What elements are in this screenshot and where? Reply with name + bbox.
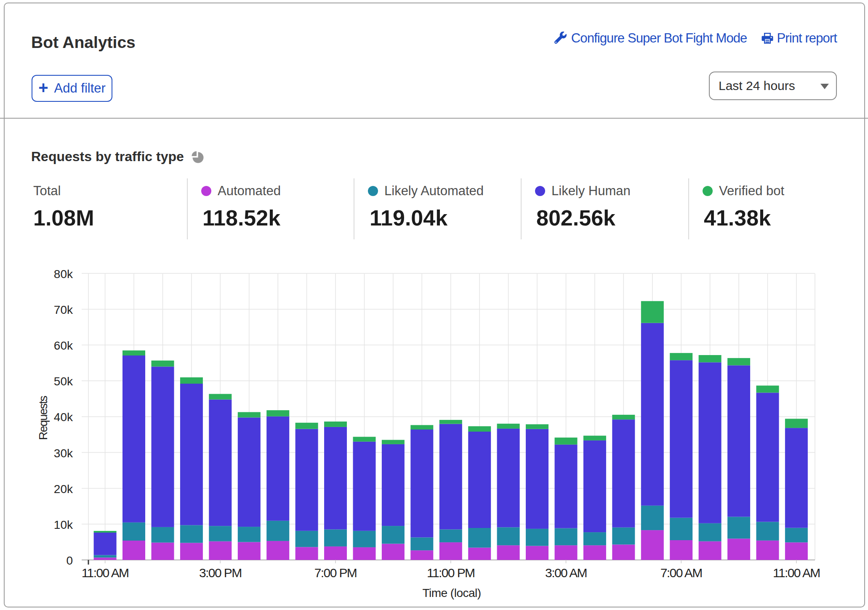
- svg-text:11:00 AM: 11:00 AM: [773, 566, 820, 580]
- svg-text:11:00 AM: 11:00 AM: [82, 566, 129, 580]
- svg-text:60k: 60k: [54, 339, 73, 352]
- svg-text:80k: 80k: [54, 268, 73, 281]
- svg-text:3:00 PM: 3:00 PM: [199, 566, 242, 580]
- svg-text:40k: 40k: [54, 411, 73, 424]
- svg-text:0: 0: [66, 554, 73, 567]
- svg-text:20k: 20k: [54, 483, 73, 496]
- svg-text:Time (local): Time (local): [422, 586, 481, 599]
- svg-text:7:00 PM: 7:00 PM: [314, 566, 357, 580]
- svg-text:10k: 10k: [54, 518, 73, 531]
- svg-text:50k: 50k: [54, 375, 73, 388]
- svg-text:3:00 AM: 3:00 AM: [545, 566, 587, 580]
- svg-text:7:00 AM: 7:00 AM: [660, 566, 702, 580]
- svg-text:30k: 30k: [54, 447, 73, 460]
- svg-text:11:00 PM: 11:00 PM: [427, 566, 474, 580]
- svg-text:70k: 70k: [54, 303, 73, 316]
- svg-text:Requests: Requests: [37, 396, 50, 440]
